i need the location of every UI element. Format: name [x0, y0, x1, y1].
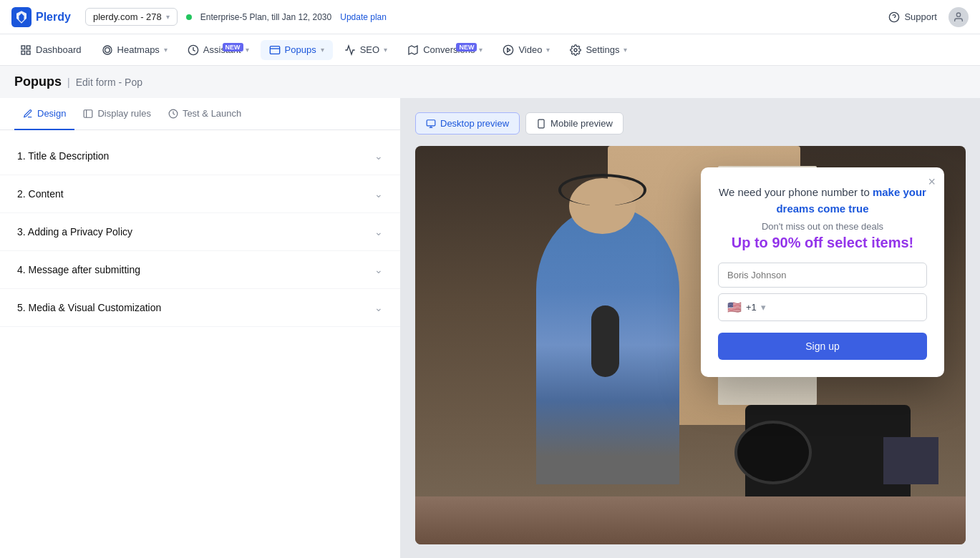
section-content-chevron: ⌄ — [374, 188, 383, 200]
nav-item-popups[interactable]: Popups ▾ — [261, 40, 333, 60]
popup-name-input[interactable] — [718, 263, 927, 288]
nav-label-dashboard: Dashboard — [36, 44, 82, 55]
heatmaps-icon — [102, 44, 113, 56]
section-content-label: 2. Content — [17, 188, 64, 200]
popup-phone-row: 🇺🇸 +1 ▾ — [718, 293, 927, 321]
nav-item-conversions[interactable]: NEW Conversions ▾ — [399, 40, 491, 60]
svg-point-3 — [956, 13, 960, 16]
sections-list: 1. Title & Description ⌄ 2. Content ⌄ 3.… — [0, 130, 400, 558]
section-message-after-chevron: ⌄ — [374, 264, 383, 275]
tab-test-launch[interactable]: Test & Launch — [160, 98, 250, 130]
topbar: Plerdy plerdy.com - 278 ▾ Enterprise-5 P… — [0, 0, 980, 34]
main-content: Design Display rules Test & Launch 1. Ti… — [0, 98, 980, 558]
headphones — [558, 174, 646, 206]
breadcrumb: Popups | Edit form - Pop — [0, 66, 980, 98]
svg-marker-14 — [508, 48, 510, 52]
svg-rect-16 — [84, 109, 93, 117]
popup-subhead: Don't miss out on these deals — [718, 221, 927, 232]
popups-chevron: ▾ — [321, 46, 324, 54]
mobile-preview-label: Mobile preview — [550, 118, 613, 129]
nav-label-seo: SEO — [360, 44, 379, 55]
popups-icon — [269, 44, 281, 56]
desktop-preview-label: Desktop preview — [440, 118, 509, 129]
seo-chevron: ▾ — [384, 46, 387, 54]
breadcrumb-main: Popups — [14, 74, 62, 89]
popup-headline: We need your phone number to make your d… — [718, 185, 927, 217]
nav-label-popups: Popups — [285, 44, 316, 55]
nav-item-video[interactable]: Video ▾ — [494, 40, 558, 60]
section-media-visual-chevron: ⌄ — [374, 302, 383, 313]
tab-design[interactable]: Design — [14, 98, 74, 130]
nav-label-settings: Settings — [586, 44, 619, 55]
conversions-chevron: ▾ — [479, 46, 482, 54]
popup-modal: × We need your phone number to make your… — [701, 167, 944, 377]
nav-item-dashboard[interactable]: Dashboard — [11, 40, 90, 60]
section-privacy[interactable]: 3. Adding a Privacy Policy ⌄ — [0, 213, 400, 251]
desk-surface — [415, 496, 966, 544]
svg-rect-10 — [270, 46, 279, 54]
svg-rect-6 — [26, 51, 30, 54]
section-message-after-label: 4. Message after submitting — [17, 264, 140, 275]
tab-test-launch-label: Test & Launch — [183, 108, 241, 119]
breadcrumb-sub: Edit form - Pop — [76, 77, 142, 88]
svg-rect-19 — [427, 119, 435, 125]
left-panel: Design Display rules Test & Launch 1. Ti… — [0, 98, 401, 558]
desktop-icon — [426, 119, 436, 129]
nav-label-video: Video — [518, 44, 542, 55]
svg-marker-12 — [409, 46, 417, 54]
conversions-icon — [407, 44, 419, 56]
test-launch-tab-icon — [168, 109, 178, 119]
update-plan-link[interactable]: Update plan — [340, 12, 387, 22]
settings-chevron: ▾ — [624, 46, 627, 54]
popup-flag: 🇺🇸 — [727, 300, 742, 314]
assistant-badge: NEW — [223, 43, 243, 52]
video-icon — [503, 44, 514, 56]
support-button[interactable]: Support — [888, 11, 937, 23]
popup-phone-prefix: +1 — [746, 302, 757, 313]
section-privacy-label: 3. Adding a Privacy Policy — [17, 226, 132, 238]
popup-headline-pre: We need your phone number to — [719, 186, 870, 198]
site-selector-chevron: ▾ — [166, 13, 170, 21]
svg-rect-7 — [21, 51, 25, 54]
conversions-badge: NEW — [456, 43, 477, 52]
topbar-right: Support — [888, 7, 969, 27]
nav-item-heatmaps[interactable]: Heatmaps ▾ — [93, 40, 176, 60]
plan-info: Enterprise-5 Plan, till Jan 12, 2030 — [200, 12, 331, 22]
section-title-desc-chevron: ⌄ — [374, 150, 383, 162]
support-label: Support — [904, 11, 937, 22]
mobile-preview-button[interactable]: Mobile preview — [525, 112, 624, 134]
popup-discount: Up to 90% off select items! — [718, 235, 927, 251]
svg-rect-4 — [21, 46, 25, 49]
desktop-preview-button[interactable]: Desktop preview — [415, 112, 520, 134]
navbar: Dashboard Heatmaps ▾ NEW Assistant ▾ Pop… — [0, 34, 980, 66]
nav-label-heatmaps: Heatmaps — [117, 44, 160, 55]
popup-signup-button[interactable]: Sign up — [718, 333, 927, 360]
site-selector[interactable]: plerdy.com - 278 ▾ — [85, 8, 178, 26]
popup-close-button[interactable]: × — [928, 175, 936, 190]
nav-item-seo[interactable]: SEO ▾ — [336, 40, 396, 60]
settings-icon — [570, 44, 581, 56]
tab-display-rules[interactable]: Display rules — [74, 98, 159, 130]
camera-screen — [883, 437, 938, 485]
svg-rect-5 — [26, 46, 30, 49]
tab-design-label: Design — [37, 108, 66, 119]
nav-item-settings[interactable]: Settings ▾ — [561, 40, 636, 60]
section-content[interactable]: 2. Content ⌄ — [0, 175, 400, 213]
user-avatar[interactable] — [949, 7, 969, 27]
assistant-icon — [188, 44, 199, 56]
section-title-desc-label: 1. Title & Description — [17, 150, 109, 162]
section-message-after[interactable]: 4. Message after submitting ⌄ — [0, 251, 400, 289]
nav-item-assistant[interactable]: NEW Assistant ▾ — [179, 40, 258, 60]
svg-point-15 — [574, 49, 577, 52]
svg-point-8 — [105, 47, 110, 52]
section-title-desc[interactable]: 1. Title & Description ⌄ — [0, 137, 400, 175]
tab-bar: Design Display rules Test & Launch — [0, 98, 400, 130]
plan-status-dot — [186, 14, 192, 20]
section-media-visual[interactable]: 5. Media & Visual Customization ⌄ — [0, 289, 400, 327]
section-privacy-chevron: ⌄ — [374, 226, 383, 238]
breadcrumb-separator: | — [67, 77, 70, 88]
logo[interactable]: Plerdy — [11, 7, 71, 27]
display-rules-tab-icon — [83, 109, 93, 119]
heatmaps-chevron: ▾ — [164, 46, 168, 54]
camera-lens — [734, 421, 812, 484]
